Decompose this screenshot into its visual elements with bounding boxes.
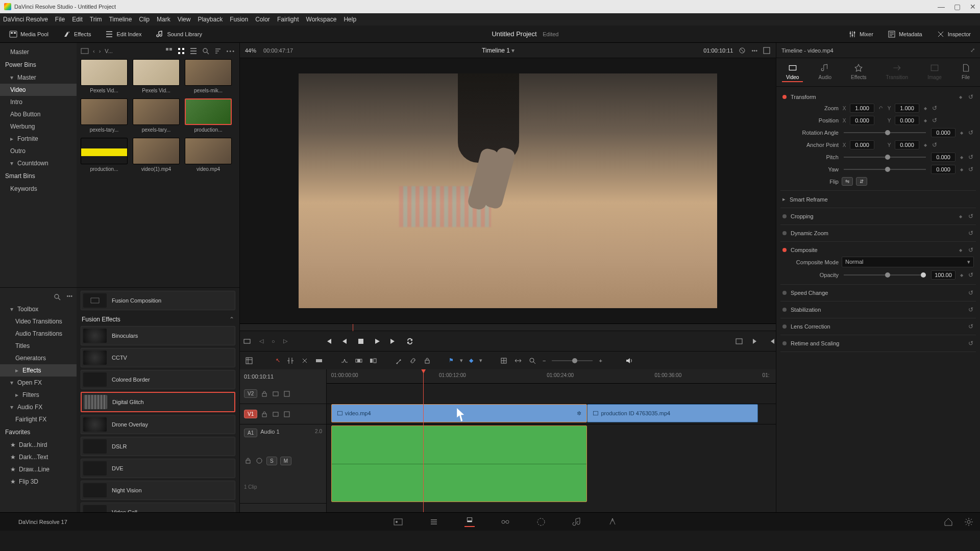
menu-workspace[interactable]: Workspace bbox=[306, 16, 337, 23]
keyframe-icon[interactable] bbox=[922, 117, 928, 123]
keyframe-icon[interactable] bbox=[958, 247, 964, 253]
menu-fusion[interactable]: Fusion bbox=[230, 16, 248, 23]
inspector-tab-file[interactable]: File bbox=[957, 62, 974, 82]
metadata-toggle[interactable]: Metadata bbox=[884, 28, 926, 40]
cut-page-icon[interactable] bbox=[429, 517, 439, 527]
clip-thumb[interactable]: production... bbox=[81, 138, 128, 172]
enable-dot[interactable] bbox=[782, 341, 787, 345]
mediapool-toggle[interactable]: Media Pool bbox=[5, 28, 53, 40]
bin-video[interactable]: Video bbox=[0, 84, 77, 96]
lock-icon[interactable] bbox=[244, 457, 252, 465]
next-clip-icon[interactable] bbox=[751, 337, 760, 345]
menu-clip[interactable]: Clip bbox=[139, 16, 150, 23]
track-a1-header[interactable]: A1 Audio 1 2.0 S M 1 Clip bbox=[240, 424, 326, 504]
prev-edit-icon[interactable]: ◁ bbox=[259, 338, 263, 344]
composite-header[interactable]: Composite bbox=[791, 247, 818, 253]
keyframe-icon[interactable] bbox=[959, 130, 965, 136]
solo-button[interactable]: S bbox=[266, 457, 277, 465]
enable-dot[interactable] bbox=[782, 308, 787, 312]
deliver-page-icon[interactable] bbox=[607, 517, 618, 527]
minimize-button[interactable]: — bbox=[938, 3, 945, 11]
sort-icon[interactable] bbox=[214, 47, 222, 55]
menu-fairlight[interactable]: Fairlight bbox=[277, 16, 299, 23]
fx-item[interactable]: Fusion Composition bbox=[81, 291, 235, 310]
arm-icon[interactable] bbox=[255, 457, 263, 465]
zoom-out-icon[interactable]: − bbox=[543, 358, 546, 364]
view-list-icon[interactable] bbox=[189, 47, 198, 55]
edit-page-icon[interactable] bbox=[464, 517, 475, 527]
track-v1-header[interactable]: V1 bbox=[240, 404, 326, 424]
timeline-view-options-icon[interactable] bbox=[245, 357, 253, 365]
blade-tool-icon[interactable] bbox=[315, 357, 323, 365]
zoom-in-icon[interactable]: + bbox=[599, 358, 602, 364]
playhead[interactable] bbox=[423, 369, 424, 512]
smart-reframe-header[interactable]: Smart Reframe bbox=[790, 196, 828, 203]
insert-clip-icon[interactable] bbox=[340, 357, 349, 365]
menu-color[interactable]: Color bbox=[255, 16, 270, 23]
enable-dot[interactable] bbox=[782, 214, 787, 218]
loop-icon[interactable] bbox=[406, 337, 414, 345]
menu-trim[interactable]: Trim bbox=[90, 16, 102, 23]
mixer-toggle[interactable]: Mixer bbox=[844, 28, 877, 40]
pool-options-icon[interactable]: ••• bbox=[226, 48, 235, 54]
chevron-down-icon[interactable]: ▾ bbox=[479, 357, 482, 364]
menu-timeline[interactable]: Timeline bbox=[109, 16, 132, 23]
reset-icon[interactable] bbox=[932, 117, 938, 123]
clip-thumb[interactable]: pexels-tary... bbox=[133, 98, 180, 133]
link-icon[interactable] bbox=[877, 105, 884, 111]
pos-x-field[interactable]: 0.000 bbox=[850, 116, 874, 125]
auto-select-icon[interactable] bbox=[272, 390, 280, 398]
pitch-slider[interactable] bbox=[844, 157, 926, 158]
clip-thumb[interactable]: pexels-tary... bbox=[81, 98, 128, 133]
track-v2[interactable] bbox=[327, 384, 776, 404]
speed-header[interactable]: Speed Change bbox=[791, 290, 828, 296]
timeline-name[interactable]: Timeline 1 bbox=[482, 47, 510, 54]
bypass-icon[interactable] bbox=[738, 46, 746, 55]
menu-davinci[interactable]: DaVinci Resolve bbox=[3, 16, 48, 23]
anchor-y-field[interactable]: 0.000 bbox=[895, 140, 919, 149]
fx-item-dve[interactable]: DVE bbox=[81, 459, 235, 478]
fav-item[interactable]: ★Dark...Text bbox=[0, 451, 77, 463]
menu-view[interactable]: View bbox=[178, 16, 191, 23]
reset-icon[interactable] bbox=[932, 105, 938, 111]
fx-item-drone-overlay[interactable]: Drone Overlay bbox=[81, 415, 235, 434]
keyframe-icon[interactable] bbox=[922, 142, 928, 148]
menu-edit[interactable]: Edit bbox=[72, 16, 83, 23]
stab-header[interactable]: Stabilization bbox=[791, 307, 821, 313]
fx-audiofx[interactable]: ▾Audio FX bbox=[0, 401, 77, 413]
fx-item-binoculars[interactable]: Binoculars bbox=[81, 326, 235, 345]
lock-icon[interactable] bbox=[423, 357, 431, 365]
reset-icon[interactable] bbox=[968, 247, 974, 253]
collapse-icon[interactable]: ⌃ bbox=[229, 316, 234, 323]
flag-icon[interactable]: ⚑ bbox=[449, 357, 454, 364]
anchor-x-field[interactable]: 0.000 bbox=[850, 140, 874, 149]
opacity-field[interactable]: 100.00 bbox=[931, 270, 955, 280]
menu-file[interactable]: File bbox=[55, 16, 65, 23]
transform-header[interactable]: Transform bbox=[791, 94, 816, 100]
close-button[interactable]: ✕ bbox=[970, 3, 976, 11]
pool-next[interactable]: › bbox=[99, 48, 101, 54]
fusion-page-icon[interactable] bbox=[500, 517, 510, 527]
fx-audio-transitions[interactable]: Audio Transitions bbox=[0, 328, 77, 340]
replace-clip-icon[interactable] bbox=[369, 357, 377, 365]
disable-video-icon[interactable] bbox=[283, 390, 291, 398]
zoom-x-field[interactable]: 1.000 bbox=[850, 104, 874, 113]
prev-clip-icon[interactable] bbox=[768, 337, 776, 345]
reset-icon[interactable] bbox=[968, 323, 974, 330]
yaw-slider[interactable] bbox=[844, 169, 926, 170]
reset-icon[interactable] bbox=[968, 213, 974, 219]
zoom-slider[interactable] bbox=[572, 358, 577, 363]
bin-master[interactable]: Master bbox=[0, 46, 77, 58]
keyframe-icon[interactable] bbox=[922, 105, 928, 111]
keyframe-icon[interactable] bbox=[958, 94, 964, 100]
fx-openfx[interactable]: ▾Open FX bbox=[0, 377, 77, 389]
powerbin-master[interactable]: ▾Master bbox=[0, 71, 77, 84]
bin-abo[interactable]: Abo Button bbox=[0, 108, 77, 120]
next-edit-icon[interactable]: ▷ bbox=[283, 338, 287, 344]
reset-icon[interactable] bbox=[932, 142, 938, 148]
chevron-down-icon[interactable]: ▾ bbox=[460, 357, 463, 364]
reset-icon[interactable] bbox=[968, 130, 974, 136]
fx-filters[interactable]: ▸Filters bbox=[0, 389, 77, 401]
track-v1[interactable]: video.mp4 ✲ production ID 4763035.mp4 bbox=[327, 404, 776, 424]
inspector-expand-icon[interactable]: ⤢ bbox=[970, 47, 975, 54]
